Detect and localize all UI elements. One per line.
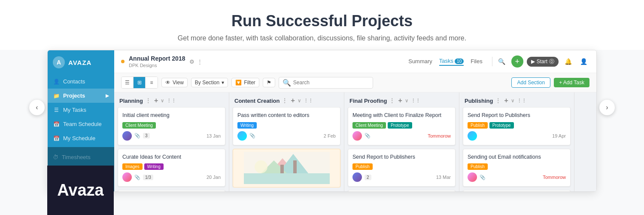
- sort-button[interactable]: By Section ▾: [191, 78, 228, 87]
- hero-section: Run Successful Projects Get more done fa…: [0, 0, 644, 50]
- column-more-icon[interactable]: ⋮⋮: [167, 98, 176, 104]
- view-label-button[interactable]: 👁 View: [161, 78, 188, 87]
- tab-summary[interactable]: Summary: [408, 58, 432, 65]
- card-title: Meeting with Client to Finalize Report: [352, 112, 451, 120]
- search-icon[interactable]: 🔍: [496, 55, 508, 68]
- add-section-button[interactable]: Add Section: [511, 77, 550, 88]
- card-title: Send Report to Publishers: [352, 154, 451, 161]
- list-view-btn[interactable]: ☰: [122, 77, 134, 88]
- task-card[interactable]: Initial client meeting Client Meeting 📎3…: [118, 107, 225, 145]
- myschedule-icon: 📅: [53, 135, 60, 141]
- tab-nav: Summary Tasks10 Files: [408, 58, 482, 66]
- board-view-btn[interactable]: ⊞: [134, 77, 146, 88]
- filter-label: Filter: [244, 80, 255, 86]
- column-add-icon[interactable]: +: [154, 97, 158, 104]
- tab-files[interactable]: Files: [471, 58, 482, 65]
- top-bar: Annual Report 2018 DPK Designs ⚙ ⋮ Summa…: [114, 50, 596, 73]
- task-card[interactable]: Confirm layout and content with client: [348, 190, 456, 191]
- start-button[interactable]: ▶ Start ⓪: [527, 57, 559, 67]
- nav-arrow-right[interactable]: ›: [599, 100, 615, 115]
- nav-arrow-left[interactable]: ‹: [29, 100, 45, 115]
- task-card[interactable]: Sending out Email notifications Publish …: [463, 149, 571, 187]
- eye-icon: 👁: [165, 80, 170, 86]
- task-card[interactable]: Meeting with Client to Finalize Report C…: [348, 107, 456, 145]
- logo-text: AVAZA: [68, 59, 91, 66]
- task-card[interactable]: Send Report to Publishers Publish 213 Ma…: [348, 149, 456, 187]
- search-icon: 🔍: [283, 79, 291, 87]
- view-toggle: ☰ ⊞ ≡: [121, 77, 158, 89]
- card-title: Send Report to Publishers: [468, 112, 566, 120]
- hero-title: Run Successful Projects: [0, 12, 644, 30]
- kanban-board: Planning ⋮ + ∨ ⋮⋮ Initial client meeting…: [114, 92, 596, 191]
- sidebar-item-timesheets[interactable]: ⏱ Timesheets: [48, 150, 114, 164]
- svg-rect-7: [244, 152, 330, 173]
- app-window: A AVAZA 👤 Contacts 📁 Projects ▶ ☰ My Tas…: [47, 50, 597, 192]
- sidebar-item-teamschedule[interactable]: 📅 Team Schedule: [48, 117, 114, 131]
- card-title: Pass written content to editors: [237, 112, 336, 120]
- cards-container-2: Meeting with Client to Finalize Report C…: [344, 107, 459, 191]
- column-more-icon[interactable]: ⋮⋮: [304, 98, 313, 104]
- column-add-icon[interactable]: +: [504, 97, 508, 104]
- group-button[interactable]: ⚑: [263, 78, 275, 87]
- card-footer: 📎2 Feb: [237, 131, 336, 141]
- user-avatar[interactable]: 👤: [577, 55, 589, 68]
- column-title: Publishing: [465, 98, 493, 104]
- card-footer: 📎Tommorow: [352, 131, 451, 141]
- card-date: 19 Apr: [552, 133, 566, 138]
- clip-icon: 📎: [365, 133, 371, 138]
- chevron-left-icon: ‹: [36, 104, 38, 111]
- column-add-icon[interactable]: +: [291, 97, 295, 104]
- sidebar-item-contacts[interactable]: 👤 Contacts: [48, 74, 114, 89]
- task-card[interactable]: Pass written content to editors Writing …: [233, 107, 340, 145]
- settings-icon[interactable]: ⚙: [189, 58, 194, 65]
- sidebar-item-projects[interactable]: 📁 Projects ▶: [48, 89, 114, 103]
- column-dots-icon: ⋮: [146, 98, 151, 104]
- column-dots-icon: ⋮: [282, 98, 287, 104]
- column-more-icon[interactable]: ⋮⋮: [517, 98, 526, 104]
- svg-rect-0: [244, 173, 330, 184]
- column-add-icon[interactable]: +: [398, 97, 402, 104]
- card-footer: 📎Tommorow: [468, 172, 566, 182]
- task-card[interactable]: Develop Draft Layout: [118, 190, 225, 191]
- sort-label: By Section: [195, 80, 219, 86]
- sidebar-label-myschedule: My Schedule: [63, 135, 95, 141]
- start-badge: ⓪: [549, 58, 554, 65]
- task-card[interactable]: Send Report to Publishers PublishPrototy…: [463, 107, 571, 145]
- task-card[interactable]: Curate Ideas for Content ImagesWriting 📎…: [118, 149, 225, 187]
- kanban-column-0: Planning ⋮ + ∨ ⋮⋮ Initial client meeting…: [114, 92, 229, 191]
- projects-arrow-icon: ▶: [106, 93, 109, 98]
- filter-button[interactable]: 🔽 Filter: [231, 78, 259, 87]
- card-date: Tommorow: [428, 133, 451, 138]
- bell-icon[interactable]: 🔔: [562, 55, 574, 68]
- column-dots-icon: ⋮: [495, 98, 501, 104]
- gantt-view-btn[interactable]: ≡: [146, 77, 158, 88]
- add-task-button[interactable]: + Add Task: [554, 78, 589, 87]
- brand-overlay: Avaza: [47, 166, 114, 215]
- project-title: Annual Report 2018: [129, 55, 185, 62]
- logo-icon: A: [53, 56, 65, 68]
- avatar: [468, 131, 477, 141]
- sidebar-item-mytasks[interactable]: ☰ My Tasks: [48, 103, 114, 117]
- tag: Images: [122, 163, 143, 170]
- card-footer: 213 Mar: [352, 172, 451, 182]
- column-title: Planning: [119, 98, 143, 104]
- card-count: 1/3: [143, 175, 153, 180]
- card-count: 3: [143, 133, 150, 138]
- sidebar-label-contacts: Contacts: [63, 78, 85, 85]
- project-status-dot: [121, 60, 125, 63]
- add-icon[interactable]: +: [511, 55, 523, 68]
- search-input[interactable]: [293, 80, 369, 86]
- view-label: View: [173, 80, 184, 86]
- column-more-icon[interactable]: ⋮⋮: [411, 98, 420, 104]
- task-card[interactable]: Publishing Public Webpage: [463, 190, 571, 191]
- sidebar-item-myschedule[interactable]: 📅 My Schedule: [48, 131, 114, 145]
- sidebar-label-timesheets: Timesheets: [62, 154, 91, 160]
- contacts-icon: 👤: [53, 79, 60, 85]
- card-date: Tommorow: [543, 175, 566, 180]
- project-icons: ⚙ ⋮: [189, 58, 203, 65]
- clip-icon: 📎: [134, 175, 140, 180]
- more-icon[interactable]: ⋮: [197, 58, 203, 65]
- tab-tasks[interactable]: Tasks10: [439, 58, 464, 66]
- kanban-column-3: Publishing ⋮ + ∨ ⋮⋮ Send Report to Publi…: [459, 92, 574, 191]
- avatar: [122, 131, 132, 141]
